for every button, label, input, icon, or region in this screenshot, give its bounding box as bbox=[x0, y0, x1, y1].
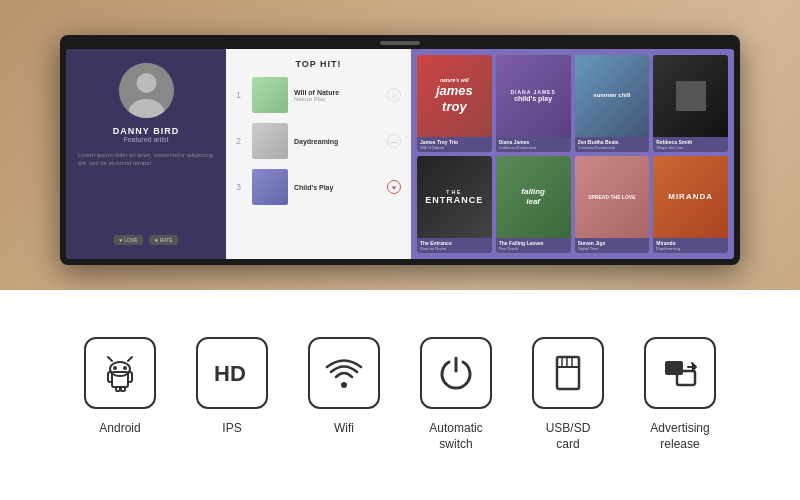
hit-number-3: 3 bbox=[236, 182, 246, 192]
power-icon-box bbox=[420, 337, 492, 409]
hit-title-3: Child's Play bbox=[294, 184, 381, 191]
hit-item-1[interactable]: 1 Will of Nature Nature Play ○ bbox=[236, 77, 401, 113]
album-art-entrance: THE ENTRANCE bbox=[417, 156, 492, 238]
artist-actions: ♥ LOVE ★ RATE bbox=[114, 235, 177, 245]
advertising-label: Advertisingrelease bbox=[650, 421, 709, 452]
album-info-spread-love: Steven Jigs Digital Time bbox=[575, 238, 650, 253]
svg-line-4 bbox=[128, 357, 132, 361]
top-hits-title: TOP HIT! bbox=[236, 59, 401, 69]
svg-point-6 bbox=[113, 366, 117, 370]
tv-notch bbox=[380, 41, 420, 45]
hit-action-1[interactable]: ○ bbox=[387, 88, 401, 102]
svg-rect-15 bbox=[557, 357, 579, 389]
wifi-icon-box bbox=[308, 337, 380, 409]
hit-action-2[interactable]: — bbox=[387, 134, 401, 148]
album-card-summer-chill[interactable]: summer chill Zen:Budha Beats Coldness Ex… bbox=[575, 55, 650, 152]
bottom-section: Android HD IPS Wifi bbox=[0, 290, 800, 500]
ips-label: IPS bbox=[222, 421, 241, 437]
album-art-diana-james: DIANA JAMES child's play bbox=[496, 55, 571, 137]
svg-point-14 bbox=[341, 382, 347, 388]
hit-thumb-3 bbox=[252, 169, 288, 205]
tv-frame: DANNY BIRD Featured artist Lorem ipsum d… bbox=[60, 35, 740, 265]
svg-text:HD: HD bbox=[214, 361, 246, 386]
android-label: Android bbox=[99, 421, 140, 437]
feature-auto-switch: Automaticswitch bbox=[420, 337, 492, 452]
sdcard-icon-box bbox=[532, 337, 604, 409]
album-art-falling-leaf: falling leaf bbox=[496, 156, 571, 238]
auto-switch-label: Automaticswitch bbox=[429, 421, 482, 452]
left-panel: DANNY BIRD Featured artist Lorem ipsum d… bbox=[66, 49, 226, 259]
album-card-diana-james[interactable]: DIANA JAMES child's play Diana James Col… bbox=[496, 55, 571, 152]
hit-item-2[interactable]: 2 Daydreaming — bbox=[236, 123, 401, 159]
artist-desc: Lorem ipsum dolor sit amet, consectetur … bbox=[78, 151, 214, 168]
album-info-summer-chill: Zen:Budha Beats Coldness Excitement bbox=[575, 137, 650, 152]
svg-point-7 bbox=[123, 366, 127, 370]
album-card-rebbeca[interactable]: Rebbeca Smith Shape the Line bbox=[653, 55, 728, 152]
album-grid: nature's will james troy James Troy Trio… bbox=[411, 49, 734, 259]
feature-android: Android bbox=[84, 337, 156, 437]
hit-title-1: Will of Nature bbox=[294, 89, 381, 96]
rate-btn[interactable]: ★ RATE bbox=[149, 235, 178, 245]
svg-rect-11 bbox=[116, 387, 120, 391]
hit-action-3[interactable]: ♥ bbox=[387, 180, 401, 194]
hit-info-1: Will of Nature Nature Play bbox=[294, 89, 381, 102]
svg-rect-12 bbox=[121, 387, 125, 391]
hit-info-3: Child's Play bbox=[294, 184, 381, 191]
hit-number-2: 2 bbox=[236, 136, 246, 146]
album-card-miranda[interactable]: MIRANDA Miranda Daydreaming bbox=[653, 156, 728, 253]
hd-icon: HD bbox=[212, 353, 252, 393]
android-icon bbox=[100, 353, 140, 393]
hit-artist-1: Nature Play bbox=[294, 96, 381, 102]
artist-avatar bbox=[119, 63, 174, 118]
feature-wifi: Wifi bbox=[308, 337, 380, 437]
album-art-summer-chill: summer chill bbox=[575, 55, 650, 137]
svg-rect-20 bbox=[665, 361, 683, 375]
hit-thumb-2 bbox=[252, 123, 288, 159]
album-card-falling-leaf[interactable]: falling leaf The Falling Leaves Fine Tou… bbox=[496, 156, 571, 253]
feature-advertising: Advertisingrelease bbox=[644, 337, 716, 452]
album-card-james-troy[interactable]: nature's will james troy James Troy Trio… bbox=[417, 55, 492, 152]
wifi-icon bbox=[324, 353, 364, 393]
love-btn[interactable]: ♥ LOVE bbox=[114, 235, 142, 245]
album-info-james-troy: James Troy Trio Will of Nature bbox=[417, 137, 492, 152]
svg-line-3 bbox=[108, 357, 112, 361]
usb-sd-label: USB/SDcard bbox=[546, 421, 591, 452]
advertising-icon-box bbox=[644, 337, 716, 409]
hit-thumb-1 bbox=[252, 77, 288, 113]
album-art-spread-love: SPREAD THE LOVE bbox=[575, 156, 650, 238]
hit-title-2: Daydreaming bbox=[294, 138, 381, 145]
middle-panel: TOP HIT! 1 Will of Nature Nature Play ○ … bbox=[226, 49, 411, 259]
hit-info-2: Daydreaming bbox=[294, 138, 381, 145]
album-art-james-troy: nature's will james troy bbox=[417, 55, 492, 137]
artist-subtitle: Featured artist bbox=[123, 136, 168, 143]
album-art-miranda: MIRANDA bbox=[653, 156, 728, 238]
android-icon-box bbox=[84, 337, 156, 409]
tv-screen: DANNY BIRD Featured artist Lorem ipsum d… bbox=[66, 49, 734, 259]
album-art-rebbeca bbox=[653, 55, 728, 137]
artist-name: DANNY BIRD bbox=[113, 126, 179, 136]
album-card-spread-love[interactable]: SPREAD THE LOVE Steven Jigs Digital Time bbox=[575, 156, 650, 253]
top-section: DANNY BIRD Featured artist Lorem ipsum d… bbox=[0, 0, 800, 290]
features-row: Android HD IPS Wifi bbox=[84, 337, 716, 452]
feature-usb-sd: USB/SDcard bbox=[532, 337, 604, 452]
album-info-diana-james: Diana James Coldness Excitement bbox=[496, 137, 571, 152]
feature-ips: HD IPS bbox=[196, 337, 268, 437]
ips-icon-box: HD bbox=[196, 337, 268, 409]
advertise-icon bbox=[660, 353, 700, 393]
hit-number-1: 1 bbox=[236, 90, 246, 100]
album-card-entrance[interactable]: THE ENTRANCE The Entrance Dumuru Room bbox=[417, 156, 492, 253]
album-info-rebbeca: Rebbeca Smith Shape the Line bbox=[653, 137, 728, 152]
album-info-entrance: The Entrance Dumuru Room bbox=[417, 238, 492, 253]
sdcard-icon bbox=[548, 353, 588, 393]
hit-item-3[interactable]: 3 Child's Play ♥ bbox=[236, 169, 401, 205]
album-info-falling-leaf: The Falling Leaves Fine Touch bbox=[496, 238, 571, 253]
svg-point-1 bbox=[136, 73, 156, 93]
wifi-label: Wifi bbox=[334, 421, 354, 437]
album-info-miranda: Miranda Daydreaming bbox=[653, 238, 728, 253]
power-icon bbox=[436, 353, 476, 393]
